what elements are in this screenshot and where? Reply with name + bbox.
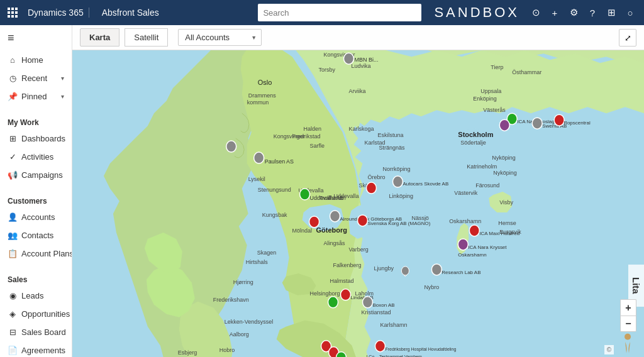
svg-text:Frederikshavn: Frederikshavn <box>213 297 249 303</box>
svg-text:Karlshamn: Karlshamn <box>380 322 407 328</box>
svg-text:Hirtshals: Hirtshals <box>246 259 268 265</box>
svg-text:Falkenberg: Falkenberg <box>333 262 362 268</box>
svg-rect-6 <box>8 15 10 18</box>
sidebar-item-accounts[interactable]: 👤 Accounts <box>0 208 72 226</box>
sales-board-icon: ⊟ <box>8 327 18 337</box>
svg-text:Tierp: Tierp <box>491 64 503 70</box>
sidebar-item-dashboards-label: Dashboards <box>21 134 65 143</box>
account-plans-icon: 📋 <box>8 249 18 258</box>
pinned-arrow: ▾ <box>61 93 64 100</box>
svg-rect-2 <box>15 8 18 10</box>
settings-icon[interactable]: ⚙ <box>565 4 582 21</box>
svg-point-107 <box>309 216 319 228</box>
svg-point-112 <box>358 215 368 226</box>
svg-text:Oslo: Oslo <box>258 79 272 86</box>
svg-text:Norrköping: Norrköping <box>382 166 410 172</box>
svg-text:Alingsås: Alingsås <box>324 240 345 246</box>
sidebar-item-recent[interactable]: ◷ Recent ▾ <box>0 69 72 87</box>
location-icon[interactable]: ⊙ <box>527 4 545 21</box>
leads-icon: ◉ <box>8 291 18 300</box>
sidebar-item-opportunities-label: Opportunities <box>21 309 70 319</box>
app-name: Dynamics 365 <box>23 8 89 18</box>
svg-text:Oskarshamn: Oskarshamn <box>458 252 486 258</box>
sidebar-item-opportunities[interactable]: ◈ Opportunities <box>0 305 72 323</box>
sidebar-item-sales-board[interactable]: ⊟ Sales Board <box>0 323 72 341</box>
svg-text:Strängnäs: Strängnäs <box>379 145 404 151</box>
sidebar-item-campaigns[interactable]: 📢 Campaigns <box>0 166 72 184</box>
sidebar-item-pinned[interactable]: 📌 Pinned ▾ <box>0 87 72 106</box>
zoom-out-button[interactable]: − <box>620 316 636 332</box>
svg-text:Södertalje: Södertalje <box>460 140 486 146</box>
map-area[interactable]: Karta Satellit All Accounts My Accounts … <box>72 25 644 357</box>
svg-point-132 <box>362 297 372 308</box>
svg-text:Stenungsund: Stenungsund <box>258 187 291 193</box>
fullscreen-button[interactable]: ⤢ <box>619 29 636 47</box>
sidebar-item-activities[interactable]: ✓ Activities <box>0 148 72 166</box>
sidebar-item-agreements[interactable]: 📄 Agreements <box>0 341 72 357</box>
svg-text:Nyköping: Nyköping <box>493 170 516 176</box>
sidebar-item-activities-label: Activities <box>21 152 53 162</box>
search-input[interactable] <box>258 4 421 21</box>
svg-text:Enköping: Enköping <box>473 96 496 102</box>
svg-point-130 <box>328 297 338 308</box>
svg-text:Västervik: Västervik <box>454 190 477 196</box>
app-grid-icon[interactable] <box>5 5 20 20</box>
profile-icon[interactable]: ○ <box>621 4 639 21</box>
accounts-icon: 👤 <box>8 212 18 222</box>
sidebar-item-campaigns-label: Campaigns <box>21 170 63 180</box>
svg-text:ICA Nara Krysset: ICA Nara Krysset <box>468 244 507 250</box>
svg-text:Mölndal: Mölndal <box>292 228 312 234</box>
svg-rect-7 <box>11 15 14 18</box>
opportunities-icon: ◈ <box>8 309 18 319</box>
add-icon[interactable]: + <box>546 4 564 21</box>
map-toolbar: Karta Satellit All Accounts My Accounts … <box>72 25 644 50</box>
svg-text:Halmstad: Halmstad <box>330 278 354 284</box>
svg-text:Örebro: Örebro <box>367 174 385 180</box>
campaigns-icon: 📢 <box>8 170 18 180</box>
svg-text:Kungsbak: Kungsbak <box>262 212 287 218</box>
help-icon[interactable]: ? <box>584 4 601 21</box>
accounts-dropdown[interactable]: All Accounts My Accounts Active Accounts <box>178 29 262 46</box>
remote-icon[interactable]: ⊞ <box>602 4 620 21</box>
svg-text:Svenska Korg AB (MAGNO): Svenska Korg AB (MAGNO) <box>367 221 430 226</box>
sidebar-item-home[interactable]: ⌂ Home <box>0 51 72 69</box>
hamburger-button[interactable]: ≡ <box>0 25 72 51</box>
svg-point-83 <box>226 141 236 152</box>
sidebar-item-account-plans[interactable]: 📋 Account Plans <box>0 244 72 263</box>
sandbox-label: SANDBOX <box>434 4 519 21</box>
map-tab-satellit[interactable]: Satellit <box>125 28 168 47</box>
sidebar-item-dashboards[interactable]: ⊞ Dashboards <box>0 129 72 148</box>
svg-text:Esbjerg: Esbjerg <box>178 349 197 356</box>
map-zoom-controls: + − <box>620 299 636 332</box>
svg-rect-3 <box>8 11 10 14</box>
map-attribution: © <box>604 345 614 354</box>
svg-text:LCo... Testnammet Varnhem: LCo... Testnammet Varnhem <box>366 354 421 357</box>
contacts-icon: 👥 <box>8 231 18 240</box>
svg-text:Nybro: Nybro <box>424 284 439 290</box>
svg-point-125 <box>401 266 409 275</box>
svg-text:Fredriksberg Hospital Hovudafd: Fredriksberg Hospital Hovudafdeling <box>385 347 456 352</box>
svg-text:Helsingborg: Helsingborg <box>310 290 340 297</box>
svg-rect-5 <box>15 11 18 14</box>
sidebar-item-pinned-label: Pinned <box>21 92 47 101</box>
svg-rect-1 <box>11 8 14 10</box>
svg-text:Nyköping: Nyköping <box>492 155 515 161</box>
dashboards-icon: ⊞ <box>8 134 18 143</box>
org-name: Absfront Sales <box>97 8 159 18</box>
svg-text:Aalborg: Aalborg <box>230 331 249 338</box>
map-dropdown-wrapper: All Accounts My Accounts Active Accounts <box>173 29 262 46</box>
section-mywork: My Work <box>0 113 72 129</box>
svg-text:Paulsen AS: Paulsen AS <box>265 158 294 165</box>
svg-text:Visby: Visby <box>499 199 513 206</box>
zoom-in-button[interactable]: + <box>620 299 636 316</box>
sidebar-item-recent-label: Recent <box>21 74 47 83</box>
svg-text:Torsby: Torsby <box>319 67 336 73</box>
map-tab-karta[interactable]: Karta <box>80 28 119 47</box>
sidebar-item-leads[interactable]: ◉ Leads <box>0 287 72 305</box>
svg-text:Halden: Halden <box>304 126 321 132</box>
topbar-icons: ⊙ + ⚙ ? ⊞ ○ <box>527 4 639 21</box>
svg-text:Hemse: Hemse <box>498 220 516 226</box>
sidebar-item-contacts[interactable]: 👥 Contacts <box>0 226 72 244</box>
svg-text:Autocars Skovde AB: Autocars Skovde AB <box>402 181 448 187</box>
svg-text:Kongsvinger: Kongsvinger <box>274 133 305 140</box>
